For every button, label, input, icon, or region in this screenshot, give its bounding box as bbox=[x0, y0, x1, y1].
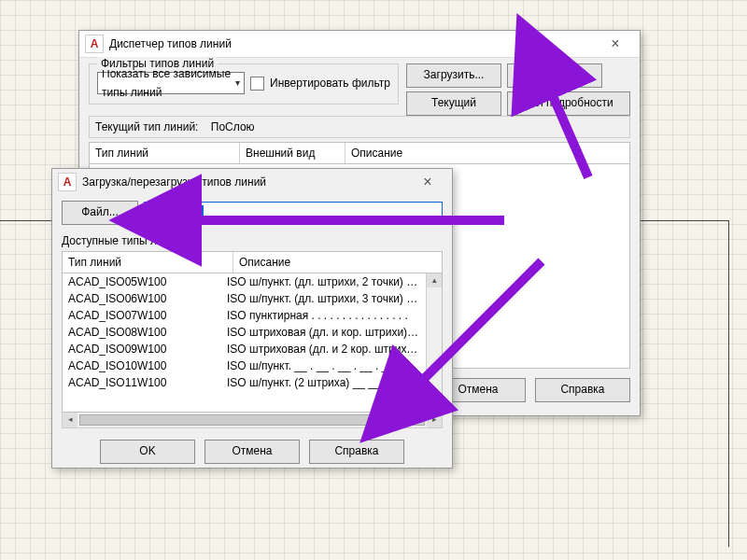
help-button[interactable]: Справка bbox=[309, 440, 404, 464]
scroll-up-icon[interactable]: ▴ bbox=[427, 273, 442, 287]
file-button[interactable]: Файл... bbox=[62, 201, 138, 225]
col-description[interactable]: Описание bbox=[233, 252, 442, 273]
linetype-name: ACAD_ISO08W100 bbox=[68, 326, 227, 339]
list-item[interactable]: ACAD_ISO08W100ISO штриховая (дл. и кор. … bbox=[63, 324, 442, 341]
linetype-name: ACAD_ISO07W100 bbox=[68, 309, 227, 322]
filter-select[interactable]: Показать все зависимые типы линий ▾ bbox=[97, 72, 245, 94]
linetype-name: ACAD_ISO11W100 bbox=[68, 376, 227, 389]
details-button[interactable]: Вкл подробности bbox=[507, 91, 630, 116]
linetype-name: ACAD_ISO09W100 bbox=[68, 343, 227, 356]
linetype-table-header: Тип линий Внешний вид Описание bbox=[89, 142, 630, 164]
current-button[interactable]: Текущий bbox=[406, 91, 501, 116]
file-input-value: acadiso.lin bbox=[148, 205, 204, 218]
titlebar[interactable]: A Диспетчер типов линий × bbox=[79, 31, 640, 58]
app-icon: A bbox=[85, 35, 104, 53]
list-item[interactable]: ACAD_ISO05W100ISO ш/пункт. (дл. штрихи, … bbox=[63, 273, 442, 290]
list-item[interactable]: ACAD_ISO09W100ISO штриховая (дл. и 2 кор… bbox=[63, 341, 442, 357]
close-icon[interactable]: × bbox=[409, 174, 446, 190]
ok-button[interactable]: OK bbox=[100, 440, 195, 464]
available-table-body[interactable]: ACAD_ISO05W100ISO ш/пункт. (дл. штрихи, … bbox=[62, 273, 443, 413]
col-appearance[interactable]: Внешний вид bbox=[240, 143, 345, 163]
linetype-description: ISO штриховая (дл. и кор. штрихи) ____ _… bbox=[227, 326, 436, 339]
status-prefix: Текущий тип линий: bbox=[95, 120, 198, 133]
cancel-button[interactable]: Отмена bbox=[204, 440, 300, 464]
load-button[interactable]: Загрузить... bbox=[406, 63, 501, 88]
vertical-scrollbar[interactable]: ▴ ▾ bbox=[426, 273, 442, 412]
invert-checkbox[interactable] bbox=[250, 77, 264, 91]
invert-label: Инвертировать фильтр bbox=[270, 77, 390, 90]
linetype-description: ISO ш/пункт. __ . __ . __ . __ . __ . __… bbox=[227, 359, 436, 372]
scroll-down-icon[interactable]: ▾ bbox=[427, 398, 442, 412]
linetype-description: ISO штриховая (дл. и 2 кор. штриха) ____… bbox=[227, 343, 436, 356]
help-button[interactable]: Справка bbox=[535, 378, 630, 402]
available-table-header: Тип линий Описание bbox=[62, 251, 443, 273]
filter-select-value: Показать все зависимые типы линий bbox=[102, 64, 235, 102]
linetype-name: ACAD_ISO06W100 bbox=[68, 292, 227, 305]
linetype-name: ACAD_ISO05W100 bbox=[68, 275, 227, 288]
app-icon: A bbox=[58, 173, 77, 191]
filter-group-label: Фильтры типов линий bbox=[97, 57, 218, 70]
status-value: ПоСлою bbox=[211, 120, 255, 133]
window-title: Диспетчер типов линий bbox=[109, 37, 232, 50]
col-name[interactable]: Тип линий bbox=[63, 252, 233, 273]
list-item[interactable]: ACAD_ISO07W100ISO пунктирная . . . . . .… bbox=[63, 307, 442, 324]
canvas-edge-vertical bbox=[728, 220, 729, 547]
delete-button[interactable]: Удалить bbox=[507, 63, 602, 88]
horizontal-scrollbar[interactable]: ◂ ▸ bbox=[62, 413, 443, 428]
list-item[interactable]: ACAD_ISO10W100ISO ш/пункт. __ . __ . __ … bbox=[63, 357, 442, 374]
window-title: Загрузка/перезагрузка типов линий bbox=[82, 175, 266, 189]
close-icon[interactable]: × bbox=[597, 35, 634, 52]
linetype-name: ACAD_ISO10W100 bbox=[68, 359, 227, 372]
linetype-description: ISO ш/пункт. (дл. штрихи, 2 точки) ___ .… bbox=[227, 275, 436, 288]
current-linetype-status: Текущий тип линий: ПоСлою bbox=[89, 116, 630, 138]
scroll-thumb[interactable] bbox=[79, 414, 425, 426]
linetype-description: ISO пунктирная . . . . . . . . . . . . .… bbox=[227, 309, 436, 322]
linetype-description: ISO ш/пункт. (дл. штрихи, 3 точки) ___ .… bbox=[227, 292, 436, 305]
list-item[interactable]: ACAD_ISO11W100ISO ш/пункт. (2 штриха) __… bbox=[63, 374, 442, 391]
col-description[interactable]: Описание bbox=[345, 143, 629, 163]
list-item[interactable]: ACAD_ISO06W100ISO ш/пункт. (дл. штрихи, … bbox=[63, 290, 442, 307]
scroll-right-icon[interactable]: ▸ bbox=[427, 413, 442, 427]
load-linetypes-window: A Загрузка/перезагрузка типов линий × Фа… bbox=[51, 168, 453, 469]
linetype-description: ISO ш/пункт. (2 штриха) __ __ . __ __ . … bbox=[227, 376, 436, 389]
chevron-down-icon: ▾ bbox=[235, 74, 240, 92]
col-name[interactable]: Тип линий bbox=[90, 143, 240, 163]
file-input[interactable]: acadiso.lin bbox=[144, 202, 443, 224]
scroll-left-icon[interactable]: ◂ bbox=[63, 413, 78, 427]
available-label: Доступные типы линий bbox=[62, 234, 443, 247]
titlebar[interactable]: A Загрузка/перезагрузка типов линий × bbox=[52, 169, 452, 195]
